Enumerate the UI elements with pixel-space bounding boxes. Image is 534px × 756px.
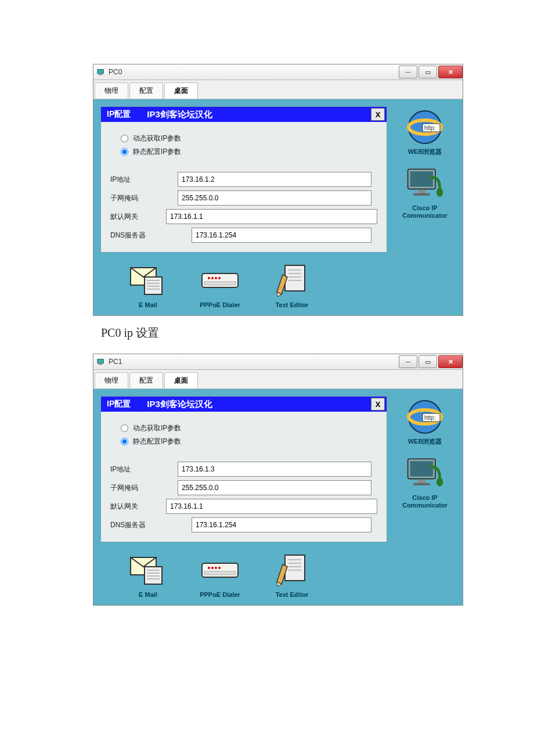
cisco-label: Cisco IP Communicator: [396, 204, 453, 219]
cisco-communicator-app[interactable]: Cisco IP Communicator: [394, 163, 456, 222]
radio-dhcp[interactable]: [121, 135, 128, 142]
radio-dhcp-label: 动态获取IP参数: [133, 134, 181, 143]
panel-close-button[interactable]: X: [371, 108, 385, 121]
browser-icon: http:: [405, 397, 445, 437]
tab-strip: 物理 配置 桌面: [93, 80, 463, 99]
ip-config-panel: IP配置 IP3剑客论坛汉化 X 动态获取IP参数 静态配置IP参数 IP地址 …: [100, 396, 387, 542]
tab-strip: 物理 配置 桌面: [93, 370, 463, 389]
svg-point-40: [211, 567, 214, 569]
ip-config-panel: IP配置 IP3剑客论坛汉化 X 动态获取IP参数 静态配置IP参数 IP地址 …: [100, 106, 387, 253]
email-app[interactable]: E Mail: [120, 262, 176, 308]
svg-rect-33: [145, 567, 162, 584]
window-pc1: PC1 ─ ▭ ✕ 物理 配置 桌面 IP配置 IP3剑客论坛汉化 X: [93, 354, 463, 606]
dns-label: DNS服务器: [110, 231, 166, 240]
tab-physical[interactable]: 物理: [95, 82, 128, 99]
svg-point-41: [215, 567, 217, 569]
minimize-button[interactable]: ─: [399, 355, 417, 368]
ip-input[interactable]: [178, 172, 371, 187]
ip-label: IP地址: [110, 465, 166, 474]
svg-point-59: [436, 478, 443, 487]
email-label: E Mail: [139, 591, 157, 598]
gateway-input[interactable]: [166, 499, 377, 514]
panel-title-center: IP3剑客论坛汉化: [141, 109, 218, 120]
pppoe-app[interactable]: PPPoE Dialer: [192, 552, 248, 598]
modem-icon: [200, 557, 240, 583]
svg-point-39: [208, 567, 210, 569]
pppoe-app[interactable]: PPPoE Dialer: [192, 262, 248, 308]
subnet-input[interactable]: [178, 480, 371, 495]
svg-rect-31: [99, 364, 103, 365]
ip-input[interactable]: [178, 462, 371, 477]
dns-input[interactable]: [192, 228, 371, 243]
panel-header: IP配置 IP3剑客论坛汉化 X: [101, 397, 387, 412]
tab-config[interactable]: 配置: [129, 82, 163, 99]
dns-label: DNS服务器: [110, 520, 166, 530]
modem-icon: [200, 268, 240, 293]
desktop-area: IP配置 IP3剑客论坛汉化 X 动态获取IP参数 静态配置IP参数 IP地址 …: [93, 389, 463, 605]
texteditor-app[interactable]: Text Editor: [264, 552, 320, 598]
svg-text:http:: http:: [424, 125, 435, 131]
radio-static-label: 静态配置IP参数: [133, 147, 181, 157]
titlebar[interactable]: PC1 ─ ▭ ✕: [93, 354, 463, 370]
radio-static[interactable]: [121, 438, 128, 445]
panel-header: IP配置 IP3剑客论坛汉化 X: [101, 107, 387, 122]
web-browser-app[interactable]: http: WEB浏览器: [402, 396, 448, 448]
email-app[interactable]: E Mail: [120, 552, 176, 598]
monitor-headset-icon: [405, 455, 445, 492]
gateway-label: 默认网关: [110, 212, 166, 222]
svg-rect-57: [418, 480, 425, 484]
tab-desktop[interactable]: 桌面: [164, 82, 198, 99]
dns-input[interactable]: [192, 517, 371, 532]
caption-pc0: PC0 ip 设置: [101, 325, 447, 341]
svg-rect-28: [413, 193, 430, 196]
radio-dhcp[interactable]: [121, 424, 128, 432]
svg-point-42: [218, 567, 221, 569]
svg-point-10: [211, 277, 214, 279]
texteditor-label: Text Editor: [276, 591, 309, 598]
minimize-button[interactable]: ─: [399, 66, 417, 78]
svg-point-12: [218, 277, 221, 279]
cisco-communicator-app[interactable]: Cisco IP Communicator: [394, 452, 456, 512]
titlebar[interactable]: PC0 ─ ▭ ✕: [93, 64, 463, 80]
monitor-headset-icon: [405, 165, 445, 202]
panel-title-left: IP配置: [101, 399, 141, 409]
panel-title-left: IP配置: [101, 109, 141, 120]
svg-point-11: [215, 277, 217, 279]
texteditor-app[interactable]: Text Editor: [264, 262, 320, 308]
app-icon: [97, 68, 105, 76]
svg-rect-14: [285, 265, 305, 291]
maximize-button[interactable]: ▭: [418, 355, 437, 368]
app-icon: [97, 358, 105, 366]
maximize-button[interactable]: ▭: [418, 66, 437, 78]
svg-rect-3: [145, 277, 162, 294]
desktop-area: IP配置 IP3剑客论坛汉化 X 动态获取IP参数 静态配置IP参数 IP地址 …: [93, 99, 463, 315]
radio-dhcp-label: 动态获取IP参数: [133, 423, 181, 433]
radio-static[interactable]: [121, 148, 128, 156]
svg-rect-26: [410, 171, 433, 186]
bottom-icon-row: E Mail PPPoE Dialer Text Editor: [100, 258, 387, 308]
gateway-input[interactable]: [166, 209, 377, 224]
subnet-input[interactable]: [178, 190, 371, 206]
subnet-label: 子网掩码: [110, 483, 166, 493]
subnet-label: 子网掩码: [110, 193, 166, 203]
texteditor-icon: [275, 553, 309, 588]
close-button[interactable]: ✕: [438, 66, 463, 78]
panel-close-button[interactable]: X: [371, 398, 385, 411]
svg-point-29: [436, 188, 443, 197]
email-label: E Mail: [139, 301, 157, 308]
tab-config[interactable]: 配置: [129, 372, 163, 388]
svg-rect-27: [418, 190, 425, 194]
web-browser-label: WEB浏览器: [408, 438, 442, 445]
svg-rect-0: [98, 70, 104, 74]
tab-desktop[interactable]: 桌面: [164, 372, 198, 388]
svg-text:http:: http:: [424, 415, 435, 421]
tab-physical[interactable]: 物理: [95, 372, 128, 388]
bottom-icon-row: E Mail PPPoE Dialer Text Editor: [100, 548, 387, 598]
web-browser-label: WEB浏览器: [408, 148, 442, 156]
pppoe-label: PPPoE Dialer: [200, 301, 240, 308]
close-button[interactable]: ✕: [438, 355, 463, 368]
email-icon: [128, 264, 168, 297]
web-browser-app[interactable]: http: WEB浏览器: [402, 106, 448, 158]
browser-icon: http:: [405, 107, 445, 147]
pppoe-label: PPPoE Dialer: [200, 591, 240, 598]
